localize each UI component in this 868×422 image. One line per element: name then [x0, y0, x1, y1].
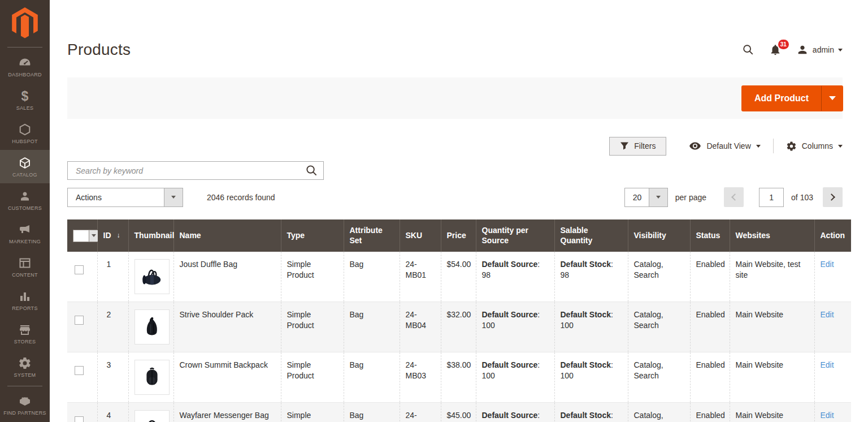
page-number-input[interactable] [759, 188, 784, 207]
filter-funnel-icon [620, 141, 629, 150]
admin-menu[interactable]: admin [796, 44, 843, 56]
sidebar-item-content[interactable]: CONTENT [0, 251, 50, 284]
cell-quantity-per-source: Default Source: 98 [476, 252, 554, 302]
add-product-label[interactable]: Add Product [742, 86, 821, 111]
cell-quantity-per-source: Default Source: 100 [476, 403, 554, 422]
filters-button[interactable]: Filters [609, 137, 666, 156]
cell-id: 2 [97, 302, 128, 352]
search-icon [742, 44, 754, 56]
cell-status: Enabled [690, 352, 730, 403]
actions-dropdown[interactable]: Actions [67, 188, 183, 207]
add-product-split-toggle[interactable] [821, 86, 843, 111]
select-all-checkbox[interactable] [73, 230, 89, 242]
cell-sku: 24-MB01 [400, 252, 441, 302]
sidebar-item-find-partners[interactable]: FIND PARTNERS [0, 389, 50, 422]
cell-visibility: Catalog, Search [628, 352, 690, 403]
columns-selector[interactable]: Columns [786, 141, 843, 152]
edit-link[interactable]: Edit [821, 360, 834, 369]
global-search-button[interactable] [742, 44, 754, 56]
sidebar-item-label: CONTENT [12, 272, 38, 278]
search-input[interactable] [67, 161, 324, 180]
column-header-id[interactable]: ID↓ [97, 219, 128, 252]
column-header-price[interactable]: Price [441, 219, 476, 252]
cell-websites: Main Website [730, 302, 814, 352]
column-header-type[interactable]: Type [281, 219, 344, 252]
edit-link[interactable]: Edit [821, 310, 834, 319]
column-header-name[interactable]: Name [173, 219, 281, 252]
records-found-text: 2046 records found [207, 193, 275, 202]
cell-action: Edit [814, 252, 851, 302]
sidebar-item-dashboard[interactable]: DASHBOARD [0, 50, 50, 83]
notifications-button[interactable]: 31 [769, 44, 782, 56]
column-header-visibility[interactable]: Visibility [628, 219, 690, 252]
admin-username: admin [813, 45, 834, 54]
previous-page-button[interactable] [724, 187, 744, 207]
cell-salable-quantity: Default Stock: 100 [554, 302, 628, 352]
sidebar-divider [7, 47, 42, 48]
cell-id: 1 [97, 252, 128, 302]
search-submit-button[interactable] [305, 164, 318, 179]
row-checkbox[interactable] [75, 265, 84, 274]
select-all-header [67, 219, 97, 252]
column-header-websites[interactable]: Websites [730, 219, 814, 252]
cell-price: $32.00 [441, 302, 476, 352]
view-selector[interactable]: Default View [689, 140, 760, 152]
column-header-quantity-per-source[interactable]: Quantity per Source [476, 219, 554, 252]
cell-price: $54.00 [441, 252, 476, 302]
row-checkbox[interactable] [75, 416, 84, 422]
messenger-bag-image [134, 410, 170, 422]
select-all-dropdown[interactable] [73, 230, 98, 242]
edit-link[interactable]: Edit [821, 260, 834, 269]
cell-type: Simple Product [281, 252, 344, 302]
controls-divider [773, 139, 774, 153]
sidebar-item-label: SYSTEM [14, 372, 36, 378]
sidebar-item-sales[interactable]: $ SALES [0, 83, 50, 117]
sidebar-item-system[interactable]: SYSTEM [0, 351, 50, 384]
storefront-icon [18, 323, 32, 337]
add-product-button[interactable]: Add Product [742, 86, 843, 111]
cell-thumbnail [128, 403, 173, 422]
row-checkbox[interactable] [75, 366, 84, 375]
cell-attribute-set: Bag [344, 352, 400, 403]
cell-status: Enabled [690, 302, 730, 352]
filters-label: Filters [634, 141, 656, 150]
chevron-right-icon [828, 193, 835, 201]
column-header-status[interactable]: Status [690, 219, 730, 252]
cell-websites: Main Website, test site [730, 252, 814, 302]
grid-controls: Filters Default View Columns [67, 136, 843, 156]
sidebar-item-reports[interactable]: REPORTS [0, 284, 50, 317]
header-actions: 31 admin [742, 44, 843, 56]
cell-status: Enabled [690, 403, 730, 422]
dropdown-caret[interactable] [89, 230, 98, 242]
cell-salable-quantity: Default Stock: 100 [554, 403, 628, 422]
edit-link[interactable]: Edit [821, 411, 834, 420]
sidebar-item-marketing[interactable]: MARKETING [0, 217, 50, 250]
cell-action: Edit [814, 403, 851, 422]
column-header-attribute-set[interactable]: Attribute Set [344, 219, 400, 252]
row-checkbox[interactable] [75, 316, 84, 325]
column-header-sku[interactable]: SKU [400, 219, 441, 252]
column-header-action[interactable]: Action [814, 219, 851, 252]
cell-type: Simple Product [281, 403, 344, 422]
main-content: Products 31 admin [50, 0, 868, 422]
sidebar-item-customers[interactable]: CUSTOMERS [0, 183, 50, 217]
column-header-thumbnail[interactable]: Thumbnail [128, 219, 173, 252]
magento-logo[interactable] [10, 0, 40, 45]
chevron-left-icon [731, 193, 739, 201]
sidebar-item-catalog[interactable]: CATALOG [0, 150, 50, 183]
column-header-salable-quantity[interactable]: Salable Quantity [554, 219, 628, 252]
bar-chart-icon [18, 290, 32, 303]
next-page-button[interactable] [823, 187, 843, 207]
sidebar-item-stores[interactable]: STORES [0, 317, 50, 351]
cell-salable-quantity: Default Stock: 98 [554, 252, 628, 302]
per-page-dropdown[interactable]: 20 [624, 188, 668, 207]
duffle-bag-image [134, 259, 170, 294]
sidebar-item-label: CATALOG [12, 172, 37, 178]
dollar-icon: $ [21, 89, 29, 103]
cell-price: $38.00 [441, 352, 476, 403]
cell-name: Strive Shoulder Pack [173, 302, 281, 352]
cell-quantity-per-source: Default Source: 100 [476, 302, 554, 352]
cell-name: Joust Duffle Bag [173, 252, 281, 302]
sidebar-item-hubspot[interactable]: HUBSPOT [0, 117, 50, 150]
person-icon [18, 190, 32, 203]
